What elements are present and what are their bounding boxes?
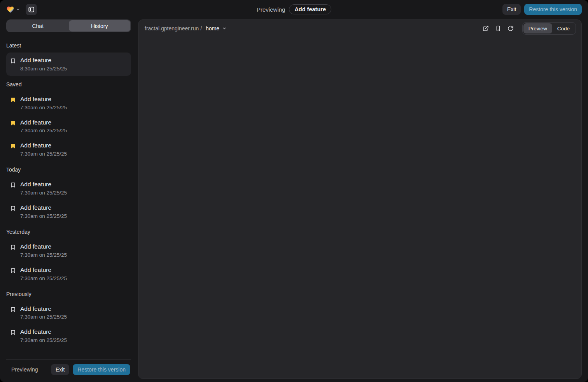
history-version-item[interactable]: Add feature 7:30am on 25/25/25 bbox=[6, 262, 131, 286]
history-version-item[interactable]: Add feature 7:30am on 25/25/25 bbox=[6, 200, 131, 223]
section-label: Saved bbox=[6, 81, 131, 88]
tab-chat[interactable]: Chat bbox=[7, 20, 69, 32]
bookmark-filled-icon bbox=[10, 97, 16, 103]
history-section: Yesterday Add feature 7:30am on 25/25/25… bbox=[6, 229, 131, 286]
preview-header: fractal.gptengineer.run / home bbox=[138, 20, 581, 37]
chevron-down-icon bbox=[16, 7, 20, 12]
history-sidebar: Chat History Latest Add feature 8:30am o… bbox=[6, 19, 131, 379]
history-version-item[interactable]: Add feature 7:30am on 25/25/25 bbox=[6, 177, 131, 200]
refresh-icon bbox=[508, 25, 514, 32]
version-timestamp: 7:30am on 25/25/25 bbox=[20, 213, 67, 219]
history-version-item[interactable]: Add feature 7:30am on 25/25/25 bbox=[6, 91, 131, 115]
toggle-preview[interactable]: Preview bbox=[523, 23, 552, 33]
history-section: Previously Add feature 7:30am on 25/25/2… bbox=[6, 291, 131, 348]
version-timestamp: 7:30am on 25/25/25 bbox=[20, 128, 67, 133]
sidebar-footer-bar: Previewing Exit Restore this version bbox=[6, 359, 131, 379]
history-version-item[interactable]: Add feature 7:30am on 25/25/25 bbox=[6, 324, 131, 347]
footer-previewing-label: Previewing bbox=[11, 366, 38, 373]
version-name-badge[interactable]: Add feature bbox=[289, 4, 331, 14]
version-timestamp: 7:30am on 25/25/25 bbox=[20, 314, 67, 320]
version-timestamp: 7:30am on 25/25/25 bbox=[20, 337, 67, 343]
version-title: Add feature bbox=[20, 305, 67, 312]
bookmark-filled-icon bbox=[10, 143, 16, 149]
bookmark-outline-icon bbox=[10, 329, 16, 335]
open-in-new-tab-button[interactable] bbox=[480, 23, 491, 34]
history-version-item[interactable]: Add feature 7:30am on 25/25/25 bbox=[6, 301, 131, 324]
sidebar-toggle-button[interactable] bbox=[26, 4, 37, 15]
section-label: Today bbox=[6, 166, 131, 173]
bookmark-outline-icon bbox=[10, 244, 16, 250]
lovable-heart-logo-icon bbox=[6, 5, 14, 14]
version-title: Add feature bbox=[20, 96, 67, 103]
version-title: Add feature bbox=[20, 142, 67, 149]
version-timestamp: 7:30am on 25/25/25 bbox=[20, 105, 67, 110]
bookmark-outline-icon bbox=[10, 58, 16, 64]
footer-exit-button[interactable]: Exit bbox=[51, 364, 69, 375]
version-timestamp: 7:30am on 25/25/25 bbox=[20, 151, 67, 157]
history-section: Latest Add feature 8:30am on 25/25/25 bbox=[6, 42, 131, 76]
sidebar-tab-switcher: Chat History bbox=[6, 19, 131, 32]
app-window: Previewing Add feature Exit Restore this… bbox=[0, 0, 588, 382]
version-title: Add feature bbox=[20, 243, 67, 250]
history-list[interactable]: Latest Add feature 8:30am on 25/25/25 Sa… bbox=[6, 33, 131, 359]
bookmark-outline-icon bbox=[10, 268, 16, 273]
section-label: Latest bbox=[6, 42, 131, 49]
history-version-item[interactable]: Add feature 8:30am on 25/25/25 bbox=[6, 53, 131, 76]
history-version-item[interactable]: Add feature 7:30am on 25/25/25 bbox=[6, 138, 131, 161]
version-timestamp: 7:30am on 25/25/25 bbox=[20, 275, 67, 281]
version-title: Add feature bbox=[20, 181, 67, 188]
version-title: Add feature bbox=[20, 204, 67, 211]
version-title: Add feature bbox=[20, 266, 67, 273]
restore-version-button[interactable]: Restore this version bbox=[524, 4, 582, 15]
section-label: Yesterday bbox=[6, 229, 131, 235]
top-bar: Previewing Add feature Exit Restore this… bbox=[0, 0, 588, 19]
preview-url-prefix: fractal.gptengineer.run / bbox=[145, 25, 202, 32]
previewing-status-label: Previewing bbox=[257, 6, 285, 13]
mobile-view-button[interactable] bbox=[493, 23, 504, 34]
version-timestamp: 7:30am on 25/25/25 bbox=[20, 252, 67, 258]
bookmark-outline-icon bbox=[10, 307, 16, 312]
version-timestamp: 8:30am on 25/25/25 bbox=[20, 66, 67, 72]
history-version-item[interactable]: Add feature 7:30am on 25/25/25 bbox=[6, 115, 131, 138]
version-title: Add feature bbox=[20, 119, 67, 126]
tab-history[interactable]: History bbox=[69, 20, 131, 32]
preview-panel: fractal.gptengineer.run / home bbox=[138, 19, 582, 379]
smartphone-icon bbox=[495, 25, 501, 32]
bookmark-filled-icon bbox=[10, 120, 16, 126]
app-logo-menu[interactable] bbox=[6, 5, 20, 14]
bookmark-outline-icon bbox=[10, 205, 16, 211]
version-title: Add feature bbox=[20, 57, 67, 64]
bookmark-outline-icon bbox=[10, 182, 16, 188]
history-section: Today Add feature 7:30am on 25/25/25 Add… bbox=[6, 166, 131, 223]
refresh-button[interactable] bbox=[505, 23, 516, 34]
section-label: Previously bbox=[6, 291, 131, 297]
version-timestamp: 7:30am on 25/25/25 bbox=[20, 190, 67, 196]
version-title: Add feature bbox=[20, 328, 67, 335]
external-link-icon bbox=[483, 25, 489, 32]
sidebar-panel-icon bbox=[28, 6, 35, 13]
preview-url-selector[interactable]: fractal.gptengineer.run / home bbox=[145, 25, 227, 32]
preview-viewport[interactable] bbox=[138, 37, 581, 378]
footer-restore-version-button[interactable]: Restore this version bbox=[73, 364, 130, 375]
exit-button[interactable]: Exit bbox=[502, 4, 521, 15]
chevron-down-icon bbox=[222, 26, 227, 31]
history-section: Saved Add feature 7:30am on 25/25/25 Add… bbox=[6, 81, 131, 161]
preview-code-toggle: Preview Code bbox=[522, 22, 576, 35]
toggle-code[interactable]: Code bbox=[552, 23, 575, 33]
history-version-item[interactable]: Add feature 7:30am on 25/25/25 bbox=[6, 239, 131, 262]
preview-url-page: home bbox=[206, 25, 219, 32]
